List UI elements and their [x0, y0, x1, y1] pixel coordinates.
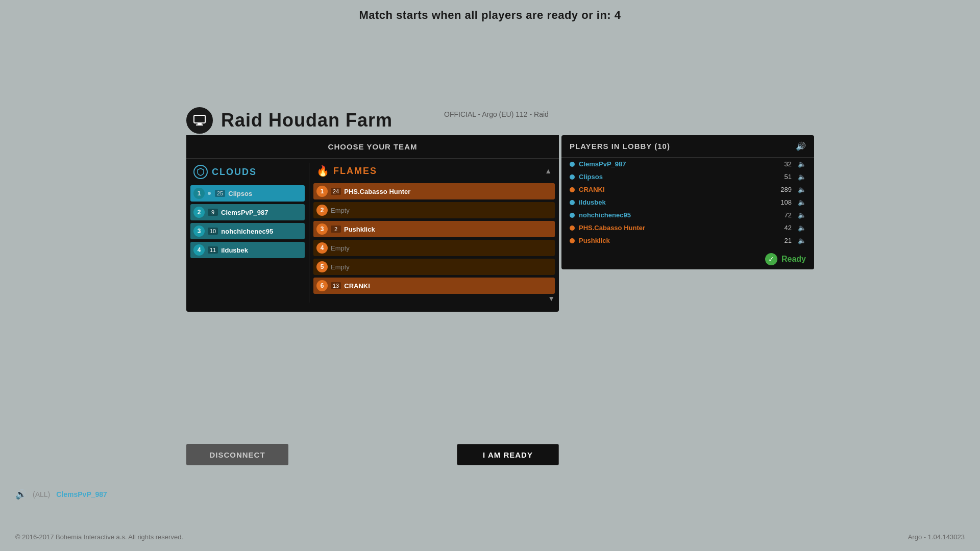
lobby-score-ildusbek: 108 [776, 198, 792, 206]
flames-empty-5: Empty [331, 263, 350, 271]
clouds-player-row-2[interactable]: 2 9 ClemsPvP_987 [190, 204, 305, 220]
scroll-down-arrow[interactable]: ▼ [548, 294, 555, 303]
team-flames: 🔥 FLAMES ▲ 1 24 PHS.Cabasso Hunter 2 Emp… [309, 159, 559, 307]
choose-team-label: CHOOSE YOUR TEAM [328, 142, 418, 151]
flames-empty-4: Empty [331, 244, 350, 252]
clouds-player-row-4[interactable]: 4 11 ildusbek [190, 242, 305, 258]
lobby-score-cranki: 289 [776, 186, 792, 193]
dot-ildusbek [570, 200, 575, 205]
lobby-player-clems: ClemsPvP_987 32 🔈 [561, 158, 814, 170]
chat-area: 🔊 (ALL) ClemsPvP_987 [15, 489, 107, 500]
flames-player-row-1[interactable]: 1 24 PHS.Cabasso Hunter [313, 183, 555, 199]
active-dot [208, 192, 211, 195]
top-bar: Match starts when all players are ready … [0, 0, 980, 31]
lobby-name-phs: PHS.Cabasso Hunter [579, 224, 772, 232]
level-25: 25 [215, 190, 225, 197]
lobby-name-cranki: CRANKI [579, 186, 772, 193]
countdown-text: Match starts when all players are ready … [359, 9, 621, 22]
slot-3: 3 [193, 226, 205, 237]
ready-checkmark-icon: ✓ [765, 253, 777, 265]
slot-4: 4 [193, 244, 205, 256]
lobby-speaker-pushklick[interactable]: 🔈 [798, 237, 806, 244]
dot-nohchichenec [570, 213, 575, 218]
chat-username: ClemsPvP_987 [56, 490, 107, 498]
lobby-speaker-clems[interactable]: 🔈 [798, 160, 806, 168]
teams-area: CLOUDS 1 25 Clipsos 2 9 ClemsPvP_987 3 1… [186, 159, 559, 307]
ready-label: Ready [781, 255, 806, 264]
clouds-player-row-1[interactable]: 1 25 Clipsos [190, 185, 305, 202]
lobby-player-pushklick: Pushklick 21 🔈 [561, 234, 814, 247]
flames-slot-1: 1 [316, 186, 328, 197]
ready-section: ✓ Ready [561, 247, 814, 269]
lobby-panel: PLAYERS IN LOBBY (10) 🔊 ClemsPvP_987 32 … [561, 135, 814, 269]
chat-channel: (ALL) [33, 490, 50, 498]
lobby-speaker-clipsos[interactable]: 🔈 [798, 173, 806, 181]
map-title-area: Raid Houdan Farm [186, 107, 393, 134]
lobby-speaker-phs[interactable]: 🔈 [798, 224, 806, 232]
flames-level-13: 13 [331, 282, 341, 289]
map-icon [186, 107, 213, 134]
flames-slot-5: 5 [316, 261, 328, 272]
scroll-up-arrow[interactable]: ▲ [545, 167, 552, 175]
flames-player-pushklick: Pushklick [344, 226, 375, 233]
clouds-player-row-3[interactable]: 3 10 nohchichenec95 [190, 223, 305, 239]
flames-player-row-4[interactable]: 4 Empty [313, 240, 555, 256]
slot-1: 1 [193, 188, 205, 199]
player-nohchichenec: nohchichenec95 [221, 228, 273, 235]
server-info: OFFICIAL - Argo (EU) 112 - Raid [444, 110, 684, 118]
main-panel: CHOOSE YOUR TEAM CLOUDS 1 25 Clipsos [186, 135, 559, 312]
dot-clipsos [570, 174, 575, 180]
flames-player-phs: PHS.Cabasso Hunter [344, 188, 410, 195]
clouds-shield-icon [193, 165, 208, 179]
dot-clems [570, 162, 575, 167]
flames-slot-4: 4 [316, 242, 328, 254]
lobby-title: PLAYERS IN LOBBY (10) [570, 142, 670, 151]
flames-slot-3: 3 [316, 223, 328, 235]
flames-player-row-3[interactable]: 3 2 Pushklick [313, 221, 555, 237]
flames-level-24: 24 [331, 188, 341, 195]
lobby-speaker-cranki[interactable]: 🔈 [798, 186, 806, 193]
player-ildusbek: ildusbek [221, 246, 248, 254]
lobby-player-phs: PHS.Cabasso Hunter 42 🔈 [561, 221, 814, 234]
team-clouds: CLOUDS 1 25 Clipsos 2 9 ClemsPvP_987 3 1… [186, 159, 309, 307]
svg-rect-0 [194, 115, 205, 123]
lobby-score-phs: 42 [776, 224, 792, 232]
flames-player-row-2[interactable]: 2 Empty [313, 202, 555, 218]
teams-header: CHOOSE YOUR TEAM [186, 135, 559, 159]
slot-2: 2 [193, 207, 205, 218]
lobby-speaker-ildusbek[interactable]: 🔈 [798, 198, 806, 206]
lobby-name-pushklick: Pushklick [579, 237, 772, 244]
clouds-header: CLOUDS [190, 163, 305, 181]
level-9: 9 [208, 209, 218, 216]
lobby-player-cranki: CRANKI 289 🔈 [561, 183, 814, 196]
flames-slot-6: 6 [316, 280, 328, 291]
level-11: 11 [208, 246, 218, 254]
lobby-name-clipsos: Clipsos [579, 173, 772, 181]
lobby-player-ildusbek: ildusbek 108 🔈 [561, 196, 814, 209]
flames-icon: 🔥 [316, 165, 329, 177]
lobby-name-clems: ClemsPvP_987 [579, 160, 772, 168]
flames-player-row-5[interactable]: 5 Empty [313, 259, 555, 275]
dot-phs [570, 226, 575, 231]
footer-version: Argo - 1.04.143023 [908, 533, 965, 541]
chat-speaker-icon[interactable]: 🔊 [15, 489, 27, 500]
footer: © 2016-2017 Bohemia Interactive a.s. All… [0, 533, 980, 541]
level-10: 10 [208, 228, 218, 235]
lobby-speaker-nohchichenec[interactable]: 🔈 [798, 211, 806, 219]
footer-copyright: © 2016-2017 Bohemia Interactive a.s. All… [15, 533, 183, 541]
lobby-header: PLAYERS IN LOBBY (10) 🔊 [561, 135, 814, 158]
flames-player-cranki: CRANKI [344, 282, 370, 290]
lobby-score-nohchichenec: 72 [776, 211, 792, 219]
flames-empty-2: Empty [331, 207, 350, 214]
flames-player-row-6[interactable]: 6 13 CRANKI [313, 278, 555, 294]
ready-button[interactable]: I AM READY [457, 444, 559, 465]
map-title: Raid Houdan Farm [221, 110, 393, 131]
flames-team-name: FLAMES [333, 166, 377, 177]
lobby-name-ildusbek: ildusbek [579, 198, 772, 206]
lobby-player-clipsos: Clipsos 51 🔈 [561, 170, 814, 183]
lobby-speaker-icon[interactable]: 🔊 [796, 141, 806, 151]
dot-cranki [570, 187, 575, 192]
disconnect-button[interactable]: DISCONNECT [186, 444, 288, 465]
lobby-score-pushklick: 21 [776, 237, 792, 244]
lobby-name-nohchichenec: nohchichenec95 [579, 211, 772, 219]
